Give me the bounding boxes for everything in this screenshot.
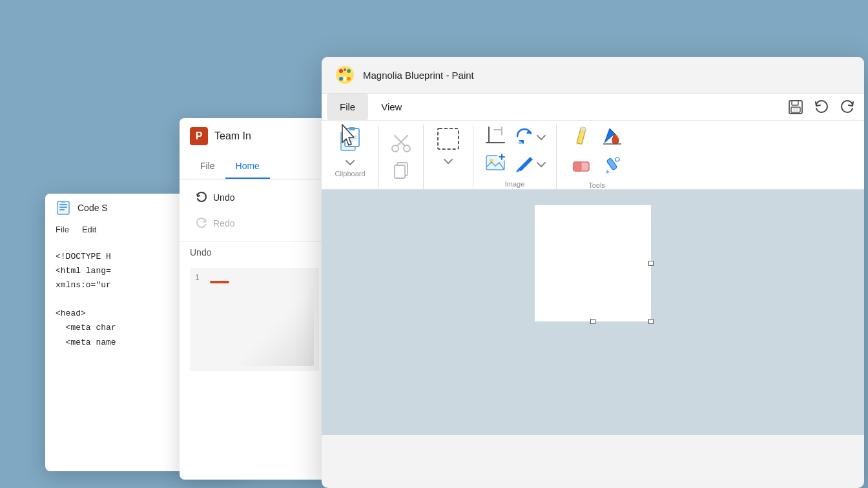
- ppt-ribbon: Undo Redo: [180, 179, 329, 241]
- svg-point-8: [339, 77, 343, 81]
- eyedropper-icon: [601, 153, 624, 176]
- svg-rect-47: [574, 162, 581, 171]
- ppt-tab-home[interactable]: Home: [225, 154, 270, 179]
- svg-point-10: [344, 68, 346, 71]
- ppt-slide-thumbnail: 1: [190, 268, 319, 371]
- svg-line-24: [397, 136, 408, 146]
- canvas-resize-handle-right[interactable]: [648, 261, 654, 266]
- ppt-tab-file[interactable]: File: [190, 154, 225, 179]
- clipboard-section: Clipboard: [322, 125, 379, 189]
- svg-rect-28: [438, 128, 459, 149]
- image-section: Image: [473, 125, 557, 189]
- paint-title: Magnolia Blueprint - Paint: [363, 70, 851, 81]
- crop-icon: [484, 125, 507, 148]
- paint-ribbon: File View: [322, 93, 864, 190]
- powerpoint-window: P Team In File Home Undo Redo Undo 1: [180, 118, 329, 480]
- copy-button[interactable]: [392, 161, 410, 182]
- fill-chevron-icon: [537, 161, 546, 168]
- svg-rect-3: [59, 209, 65, 210]
- eraser-icon: [570, 153, 593, 176]
- svg-point-6: [339, 69, 343, 73]
- svg-rect-2: [59, 207, 67, 208]
- svg-marker-50: [606, 170, 610, 174]
- redo-label: Redo: [213, 218, 234, 229]
- eraser-button[interactable]: [570, 153, 593, 179]
- cut-button[interactable]: [389, 132, 413, 158]
- pencil-icon: [570, 125, 593, 148]
- paint-titlebar: Magnolia Blueprint - Paint: [322, 57, 864, 93]
- fill-bucket-icon: [601, 125, 624, 148]
- rotate-icon: [512, 125, 535, 148]
- canvas[interactable]: [535, 205, 651, 321]
- save-icon: [787, 99, 804, 116]
- notepad-title: Code S: [78, 203, 108, 213]
- tools-label: Tools: [588, 181, 605, 189]
- fill-icon: [512, 152, 535, 175]
- notepad-app-icon: [56, 200, 71, 216]
- ppt-titlebar: P Team In: [180, 118, 329, 154]
- insert-image-button[interactable]: [484, 152, 507, 178]
- select-icon: [434, 125, 462, 153]
- undo-icon: [195, 191, 208, 204]
- notepad-menu-edit[interactable]: Edit: [82, 225, 96, 234]
- ppt-undo-button[interactable]: Undo: [190, 187, 319, 208]
- paint-view-menu[interactable]: View: [368, 94, 415, 120]
- crop-button[interactable]: [484, 125, 507, 150]
- pencil-button[interactable]: [570, 125, 593, 150]
- svg-rect-17: [345, 128, 359, 147]
- svg-rect-1: [59, 204, 67, 205]
- paint-redo-icon: [839, 99, 856, 116]
- paste-icon: [335, 125, 366, 158]
- svg-rect-4: [61, 201, 65, 203]
- select-section: [424, 125, 473, 189]
- paint-app-icon: [335, 65, 355, 85]
- paint-menu-bar: File View: [322, 94, 864, 121]
- menu-action-buttons: [784, 96, 859, 119]
- cut-copy-section: [379, 125, 424, 189]
- svg-point-7: [347, 69, 351, 73]
- insert-image-icon: [484, 152, 507, 175]
- fill-button[interactable]: [512, 152, 535, 178]
- image-label: Image: [505, 180, 525, 188]
- rotate-chevron-icon: [537, 134, 546, 141]
- slide-preview: [205, 273, 314, 366]
- ppt-redo-button[interactable]: Redo: [190, 213, 319, 234]
- paint-redo-button[interactable]: [836, 96, 859, 119]
- ppt-tabs: File Home: [180, 154, 329, 179]
- fill-bucket-button[interactable]: [601, 125, 624, 150]
- svg-marker-40: [517, 157, 533, 171]
- eyedropper-button[interactable]: [601, 153, 624, 179]
- paint-undo-button[interactable]: [810, 96, 833, 119]
- undo-label: Undo: [213, 192, 234, 203]
- rotate-section: [512, 125, 546, 150]
- svg-rect-15: [793, 108, 798, 111]
- svg-rect-13: [792, 101, 798, 105]
- canvas-resize-handle-bottom[interactable]: [590, 319, 595, 324]
- svg-point-49: [615, 158, 619, 161]
- redo-icon: [195, 217, 208, 230]
- save-button[interactable]: [784, 96, 807, 119]
- clipboard-chevron-icon: [345, 159, 355, 166]
- paste-button[interactable]: [335, 125, 366, 158]
- slide-number: 1: [195, 273, 200, 282]
- tools-section: Tools: [557, 125, 637, 189]
- svg-point-9: [347, 77, 351, 81]
- select-button[interactable]: [434, 125, 462, 156]
- copy-icon: [392, 161, 410, 179]
- paint-undo-icon: [813, 99, 830, 116]
- notepad-menu-file[interactable]: File: [56, 225, 69, 234]
- paint-window: Magnolia Blueprint - Paint File View: [322, 57, 864, 488]
- clipboard-label: Clipboard: [335, 170, 365, 178]
- fill-section: [512, 152, 546, 178]
- paint-file-menu[interactable]: File: [327, 94, 368, 120]
- ppt-undo-footer: Undo: [180, 241, 329, 263]
- svg-line-25: [395, 136, 405, 146]
- svg-rect-18: [349, 127, 355, 130]
- canvas-area: [322, 190, 864, 435]
- ppt-app-icon: P: [190, 127, 208, 145]
- rotate-button[interactable]: [512, 125, 535, 150]
- select-chevron-icon: [443, 158, 453, 165]
- scissors-icon: [389, 132, 413, 155]
- canvas-resize-handle[interactable]: [648, 319, 654, 324]
- paint-toolbar: Clipboard: [322, 121, 864, 189]
